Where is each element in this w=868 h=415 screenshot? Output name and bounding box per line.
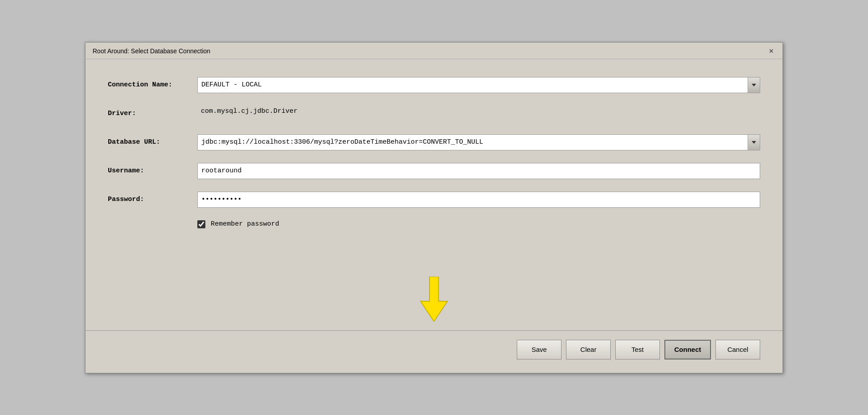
button-row: Save Clear Test Connect Cancel	[108, 340, 760, 359]
chevron-down-icon	[752, 84, 756, 86]
close-button[interactable]: ×	[767, 47, 775, 55]
connect-button[interactable]: Connect	[664, 340, 711, 359]
driver-row: Driver: com.mysql.cj.jdbc.Driver	[108, 106, 760, 122]
remember-password-checkbox[interactable]	[197, 220, 205, 228]
database-url-row: Database URL:	[108, 134, 760, 150]
username-label: Username:	[108, 167, 197, 175]
dialog-window: Root Around: Select Database Connection …	[85, 42, 783, 373]
form-content: Connection Name: Driver: com.mysql.cj.jd…	[85, 59, 783, 304]
driver-label: Driver:	[108, 110, 197, 117]
username-row: Username:	[108, 163, 760, 179]
test-button[interactable]: Test	[615, 340, 660, 359]
arrow-container	[85, 277, 783, 321]
username-control	[197, 163, 760, 179]
save-button[interactable]: Save	[517, 340, 562, 359]
password-control	[197, 192, 760, 208]
remember-password-row: Remember password	[108, 220, 760, 228]
cancel-button[interactable]: Cancel	[715, 340, 760, 359]
database-url-label: Database URL:	[108, 138, 197, 146]
connection-name-row: Connection Name:	[108, 77, 760, 93]
connection-name-control	[197, 77, 760, 93]
remember-password-label[interactable]: Remember password	[211, 220, 279, 228]
svg-marker-0	[421, 277, 447, 321]
connection-name-label: Connection Name:	[108, 81, 197, 89]
password-input[interactable]	[197, 192, 760, 208]
driver-value: com.mysql.cj.jdbc.Driver	[197, 106, 760, 122]
connection-name-dropdown-button[interactable]	[748, 77, 760, 93]
chevron-down-icon	[752, 141, 756, 144]
database-url-dropdown-button[interactable]	[748, 134, 760, 150]
database-url-control	[197, 134, 760, 150]
bottom-section: Save Clear Test Connect Cancel	[85, 340, 783, 373]
password-label: Password:	[108, 196, 197, 203]
bottom-divider	[85, 330, 783, 331]
clear-button[interactable]: Clear	[566, 340, 611, 359]
password-row: Password:	[108, 192, 760, 208]
window-title: Root Around: Select Database Connection	[93, 47, 210, 55]
username-input[interactable]	[197, 163, 760, 179]
database-url-input[interactable]	[197, 134, 748, 150]
down-arrow-indicator	[416, 277, 452, 321]
connection-name-input[interactable]	[197, 77, 748, 93]
driver-control: com.mysql.cj.jdbc.Driver	[197, 106, 760, 122]
title-bar: Root Around: Select Database Connection …	[85, 43, 783, 59]
